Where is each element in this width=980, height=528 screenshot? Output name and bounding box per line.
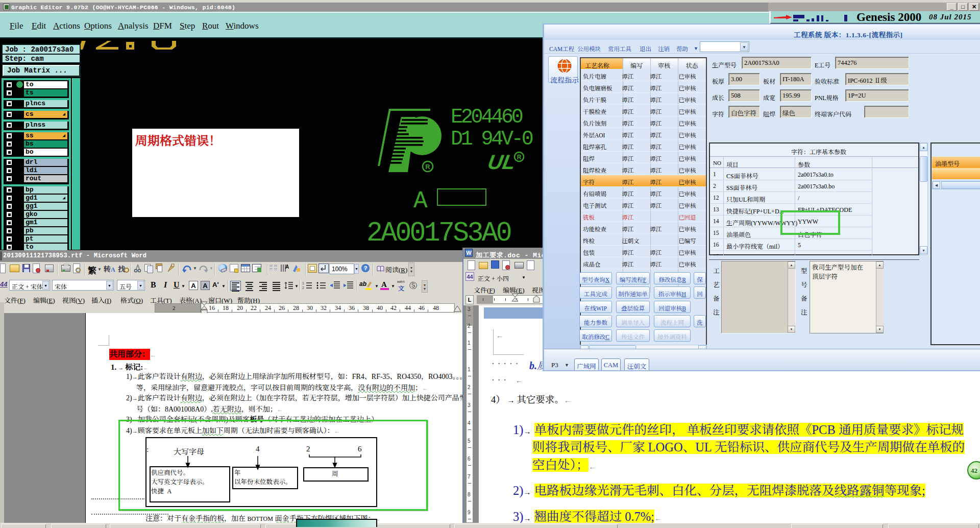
svg-text:R: R — [425, 163, 430, 171]
svg-text:2: 2 — [302, 286, 304, 290]
svg-text:A: A — [285, 264, 289, 270]
svg-text:R: R — [517, 154, 522, 161]
svg-text:UL: UL — [486, 151, 517, 174]
svg-text:1: 1 — [302, 281, 304, 285]
